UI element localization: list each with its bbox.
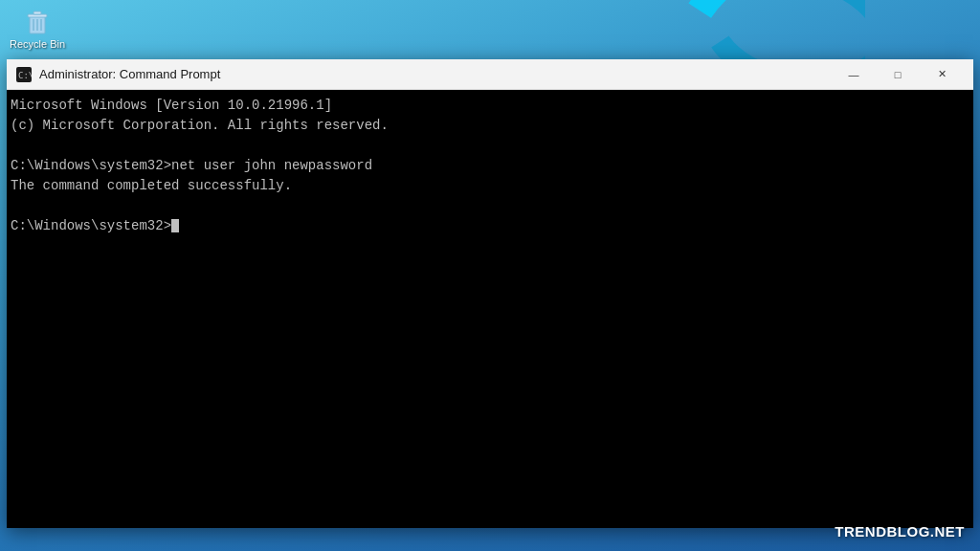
close-button[interactable]: ✕	[920, 59, 964, 90]
cmd-line-7: C:\Windows\system32>	[11, 216, 969, 236]
cmd-line-6	[11, 196, 969, 216]
recycle-bin-label: Recycle Bin	[10, 38, 65, 50]
cmd-line-5: The command completed successfully.	[11, 176, 969, 196]
window-controls: — □ ✕	[832, 59, 964, 90]
recycle-bin-icon[interactable]: Recycle Bin	[0, 0, 75, 55]
cmd-line-4: C:\Windows\system32>net user john newpas…	[11, 156, 969, 176]
cmd-titlebar[interactable]: C:\ Administrator: Command Prompt — □ ✕	[7, 59, 973, 90]
maximize-button[interactable]: □	[876, 59, 920, 90]
cmd-body[interactable]: Microsoft Windows [Version 10.0.21996.1]…	[7, 90, 973, 528]
minimize-button[interactable]: —	[832, 59, 876, 90]
desktop: Recycle Bin C:\ Administrator: Command P…	[0, 0, 980, 551]
cmd-line-2: (c) Microsoft Corporation. All rights re…	[11, 116, 969, 136]
cmd-window: C:\ Administrator: Command Prompt — □ ✕ …	[7, 59, 973, 528]
cmd-line-3	[11, 136, 969, 156]
cmd-line-1: Microsoft Windows [Version 10.0.21996.1]	[11, 96, 969, 116]
svg-text:C:\: C:\	[18, 71, 32, 80]
cmd-app-icon: C:\	[16, 67, 32, 82]
cmd-window-title: Administrator: Command Prompt	[39, 67, 832, 81]
svg-rect-4	[33, 11, 41, 14]
watermark: TRENDBLOG.NET	[835, 523, 965, 540]
